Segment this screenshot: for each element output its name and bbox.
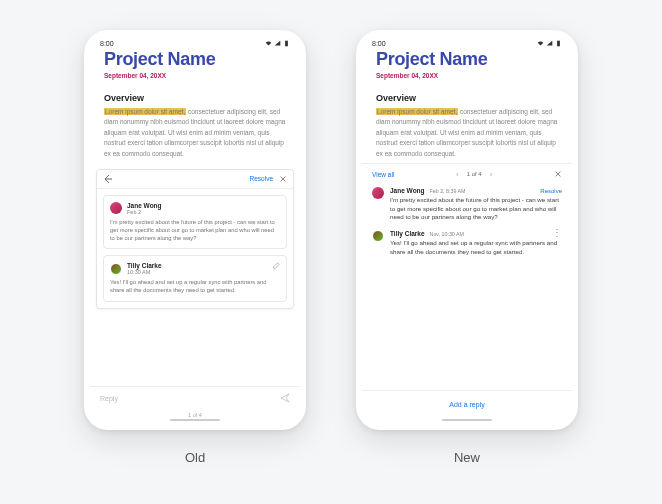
doc-title: Project Name bbox=[104, 49, 286, 70]
close-icon[interactable] bbox=[279, 175, 287, 183]
chevron-left-icon[interactable]: ‹ bbox=[456, 170, 459, 179]
wifi-icon bbox=[265, 40, 272, 47]
avatar bbox=[110, 263, 122, 275]
caption-new: New bbox=[454, 450, 480, 465]
status-icons bbox=[537, 40, 562, 47]
comment-body: I'm pretty excited about the future of t… bbox=[390, 196, 562, 222]
signal-icon bbox=[274, 40, 281, 47]
resolve-button[interactable]: Resolve bbox=[540, 188, 562, 194]
comment-time: Feb 2, 8:39 AM bbox=[430, 188, 466, 194]
comment-card[interactable]: Jane Wong Feb 2 I'm pretty excited about… bbox=[103, 195, 287, 249]
comment-author: Tilly Clarke bbox=[127, 262, 162, 269]
phone-old: 8:00 Project Name September 04, 20XX Ove… bbox=[84, 30, 306, 430]
signal-icon bbox=[546, 40, 553, 47]
send-icon[interactable] bbox=[280, 393, 290, 403]
doc-section-heading: Overview bbox=[376, 93, 558, 103]
svg-rect-0 bbox=[285, 41, 288, 47]
pager-label: 1 of 4 bbox=[467, 171, 482, 177]
comments-panel-body: Jane Wong Feb 2, 8:39 AM Resolve I'm pre… bbox=[362, 183, 572, 270]
edit-icon[interactable] bbox=[272, 262, 280, 270]
comment-author: Tilly Clarke bbox=[390, 230, 425, 237]
resolve-button[interactable]: Resolve bbox=[250, 175, 273, 182]
doc-body-text: Lorem ipsum dolor sit amet, consectetuer… bbox=[104, 107, 286, 159]
avatar bbox=[372, 187, 384, 199]
close-icon[interactable] bbox=[554, 170, 562, 178]
comment-author: Jane Wong bbox=[390, 187, 425, 194]
clock-label: 8:00 bbox=[100, 40, 114, 47]
comments-panel-old: Resolve Jane Wong Feb 2 bbox=[96, 169, 294, 309]
doc-date: September 04, 20XX bbox=[376, 72, 558, 79]
comment-thread-item[interactable]: Tilly Clarke Nov, 10:30 AM ⋮ Yes! I'll g… bbox=[372, 230, 562, 256]
back-icon[interactable] bbox=[103, 174, 113, 184]
document-content: Project Name September 04, 20XX Overview… bbox=[90, 49, 300, 163]
highlighted-text[interactable]: Lorem ipsum dolor sit amet, bbox=[104, 108, 186, 115]
comment-thread-item[interactable]: Jane Wong Feb 2, 8:39 AM Resolve I'm pre… bbox=[372, 187, 562, 222]
comments-panel-header: View all ‹ 1 of 4 › bbox=[362, 163, 572, 183]
doc-date: September 04, 20XX bbox=[104, 72, 286, 79]
avatar bbox=[110, 202, 122, 214]
more-icon[interactable]: ⋮ bbox=[552, 230, 562, 236]
doc-section-heading: Overview bbox=[104, 93, 286, 103]
clock-label: 8:00 bbox=[372, 40, 386, 47]
status-bar: 8:00 bbox=[362, 36, 572, 49]
pager: ‹ 1 of 4 › bbox=[456, 170, 492, 179]
svg-rect-1 bbox=[557, 41, 560, 47]
comment-card[interactable]: Tilly Clarke 10:30 AM Yes! I'll go ahead… bbox=[103, 255, 287, 302]
home-indicator bbox=[170, 419, 220, 421]
avatar bbox=[372, 230, 384, 242]
doc-body-text: Lorem ipsum dolor sit amet, consectetuer… bbox=[376, 107, 558, 159]
view-all-button[interactable]: View all bbox=[372, 171, 394, 178]
comment-body: Yes! I'll go ahead and set up a regular … bbox=[110, 279, 280, 295]
chevron-right-icon[interactable]: › bbox=[490, 170, 493, 179]
reply-input[interactable]: Reply bbox=[100, 395, 118, 402]
comment-body: Yes! I'll go ahead and set up a regular … bbox=[390, 239, 562, 256]
reply-row: Reply bbox=[90, 386, 300, 409]
home-indicator bbox=[442, 419, 492, 421]
phone-new: 8:00 Project Name September 04, 20XX Ove… bbox=[356, 30, 578, 430]
comment-time: Feb 2 bbox=[127, 209, 162, 215]
battery-icon bbox=[555, 40, 562, 47]
comment-body: I'm pretty excited about the future of t… bbox=[110, 219, 280, 242]
doc-title: Project Name bbox=[376, 49, 558, 70]
caption-old: Old bbox=[185, 450, 205, 465]
battery-icon bbox=[283, 40, 290, 47]
status-icons bbox=[265, 40, 290, 47]
status-bar: 8:00 bbox=[90, 36, 300, 49]
comment-time: Nov, 10:30 AM bbox=[430, 231, 464, 237]
highlighted-text[interactable]: Lorem ipsum dolor sit amet, bbox=[376, 108, 458, 115]
pager-label: 1 of 4 bbox=[90, 409, 300, 424]
document-content: Project Name September 04, 20XX Overview… bbox=[362, 49, 572, 163]
comment-author: Jane Wong bbox=[127, 202, 162, 209]
wifi-icon bbox=[537, 40, 544, 47]
comment-time: 10:30 AM bbox=[127, 269, 162, 275]
